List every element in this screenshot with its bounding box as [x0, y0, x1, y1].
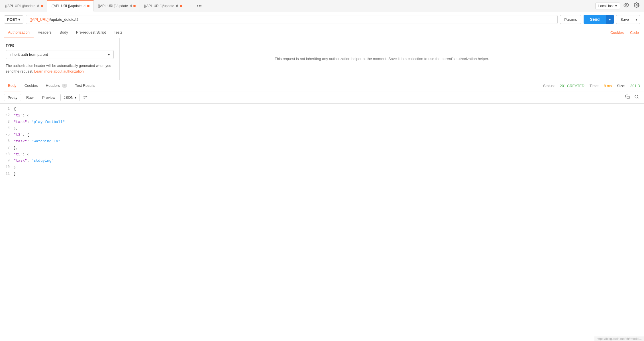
auth-panel: TYPE Inherit auth from parent ▾ The auth…: [0, 38, 644, 80]
send-dropdown-button[interactable]: ▾: [606, 15, 614, 24]
code-line: 1{: [0, 106, 644, 112]
code-text: {: [14, 106, 16, 112]
code-text: "t2": {: [14, 113, 29, 119]
line-number: 3: [0, 119, 14, 125]
tab-authorization[interactable]: Authorization: [4, 27, 34, 38]
response-status-bar: Status: 201 CREATED Time: 8 ms Size: 301…: [543, 84, 640, 88]
preview-tab[interactable]: Preview: [39, 94, 59, 101]
tab-prerequest[interactable]: Pre-request Script: [72, 27, 110, 38]
tab-2-label: {{API_URL}}/update_d: [51, 4, 85, 8]
resp-tab-test-results[interactable]: Test Results: [71, 80, 99, 91]
chevron-down-icon: ▾: [615, 4, 617, 8]
tab-headers[interactable]: Headers: [34, 27, 56, 38]
save-btn-group: Save ▾: [616, 15, 640, 24]
headers-badge: 4: [62, 84, 67, 88]
copy-button[interactable]: [624, 93, 631, 101]
tab-tests[interactable]: Tests: [110, 27, 126, 38]
line-number: 6: [0, 139, 14, 144]
settings-icon-button[interactable]: [633, 1, 641, 11]
send-btn-group: Send ▾: [584, 15, 614, 24]
auth-learn-more-link[interactable]: Learn more about authorization: [34, 69, 84, 73]
type-select[interactable]: Inherit auth from parent ▾: [6, 50, 114, 59]
time-value: 8 ms: [604, 84, 612, 88]
code-text: "task": "play football": [14, 119, 65, 125]
eye-icon-button[interactable]: [622, 1, 630, 11]
collapse-arrow-icon[interactable]: ▾: [5, 113, 7, 118]
request-tabs: Authorization Headers Body Pre-request S…: [0, 27, 644, 38]
code-line: ▾5 "t3": {: [0, 132, 644, 138]
code-text: },: [14, 126, 18, 132]
resp-tab-headers[interactable]: Headers 4: [42, 80, 71, 91]
size-value: 301 B: [630, 84, 640, 88]
code-link[interactable]: Code: [629, 27, 640, 38]
tab-3-dot: [133, 5, 136, 7]
code-text: "task": "watching TV": [14, 139, 60, 145]
more-tabs-button[interactable]: •••: [195, 2, 203, 10]
request-tab-right-actions: Cookies Code: [609, 27, 640, 38]
size-label: Size:: [617, 84, 625, 88]
collapse-arrow-icon[interactable]: ▾: [5, 152, 7, 157]
tab-body[interactable]: Body: [56, 27, 72, 38]
collapse-arrow-icon[interactable]: ▾: [5, 133, 7, 137]
url-input[interactable]: {{API_URL}}/update_delete/t2: [26, 15, 558, 24]
format-dropdown[interactable]: JSON ▾: [60, 94, 80, 101]
tab-1[interactable]: {{API_URL}}/update_d: [1, 0, 47, 12]
code-area[interactable]: 1{▾2 "t2": {3 "task": "play football"4 }…: [0, 104, 644, 180]
tab-3[interactable]: {{API_URL}}/update_d: [94, 0, 140, 12]
cookies-link[interactable]: Cookies: [609, 27, 625, 38]
tab-1-dot: [41, 5, 43, 7]
format-dropdown-label: JSON: [64, 95, 74, 100]
tab-4[interactable]: {{API_URL}}/update_d: [140, 0, 186, 12]
line-number: 4: [0, 126, 14, 131]
raw-tab[interactable]: Raw: [23, 94, 37, 101]
method-chevron-icon: ▾: [18, 17, 20, 22]
code-line: 3 "task": "play football": [0, 119, 644, 126]
wrap-button[interactable]: ⇌: [81, 93, 89, 102]
line-number: 9: [0, 158, 14, 163]
resp-tab-cookies[interactable]: Cookies: [21, 80, 42, 91]
env-dropdown[interactable]: LocalHost ▾: [595, 3, 620, 9]
request-bar: POST ▾ {{API_URL}}/update_delete/t2 Para…: [0, 12, 644, 27]
resp-tab-body[interactable]: Body: [4, 80, 21, 91]
auth-right: This request is not inheriting any autho…: [120, 38, 644, 80]
code-line: 9 "task": "stduying": [0, 158, 644, 164]
method-label: POST: [7, 17, 17, 22]
code-line: 4 },: [0, 125, 644, 132]
line-number: ▾2: [0, 113, 14, 118]
code-text: }: [14, 165, 16, 170]
tab-bar: {{API_URL}}/update_d {{API_URL}}/update_…: [0, 0, 644, 12]
type-select-chevron-icon: ▾: [108, 52, 110, 57]
line-number: 11: [0, 171, 14, 176]
svg-point-0: [626, 5, 627, 6]
response-tabs-bar: Body Cookies Headers 4 Test Results Stat…: [0, 80, 644, 91]
line-number: ▾5: [0, 132, 14, 137]
tab-1-label: {{API_URL}}/update_d: [5, 4, 39, 8]
line-number: 10: [0, 165, 14, 170]
time-label: Time:: [590, 84, 599, 88]
auth-inherit-message: This request is not inheriting any autho…: [275, 56, 489, 62]
type-label: TYPE: [6, 44, 114, 47]
tab-actions: + •••: [188, 2, 203, 10]
send-button[interactable]: Send: [584, 15, 606, 24]
save-button[interactable]: Save: [616, 15, 633, 24]
line-number: 1: [0, 106, 14, 112]
code-line: ▾2 "t2": {: [0, 112, 644, 119]
svg-line-4: [637, 98, 638, 98]
svg-point-1: [636, 5, 637, 6]
save-dropdown-button[interactable]: ▾: [633, 15, 640, 24]
svg-rect-2: [627, 96, 629, 99]
params-button[interactable]: Params: [560, 15, 581, 24]
method-selector[interactable]: POST ▾: [4, 15, 23, 24]
code-text: },: [14, 145, 18, 151]
tab-2[interactable]: {{API_URL}}/update_d: [47, 0, 93, 12]
response-body-toolbar: Pretty Raw Preview JSON ▾ ⇌: [0, 91, 644, 104]
code-line: 10 }: [0, 164, 644, 171]
pretty-tab[interactable]: Pretty: [4, 94, 21, 101]
code-text: "t5": {: [14, 152, 29, 158]
status-label: Status:: [543, 84, 555, 88]
code-line: ▾8 "t5": {: [0, 151, 644, 158]
search-button[interactable]: [633, 93, 640, 101]
code-text: "t3": {: [14, 132, 29, 138]
add-tab-button[interactable]: +: [188, 2, 194, 10]
tab-3-label: {{API_URL}}/update_d: [98, 4, 132, 8]
